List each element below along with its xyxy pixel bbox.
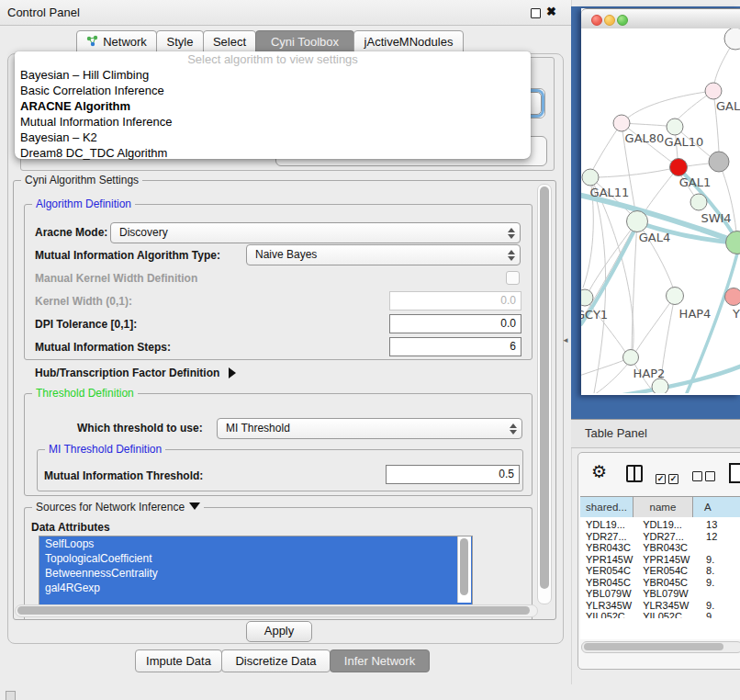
manual-kernel-width-checkbox[interactable] bbox=[506, 271, 520, 285]
table-row[interactable]: YBR043CYBR043C bbox=[580, 542, 740, 554]
node-pink-top[interactable] bbox=[705, 83, 722, 99]
data-attribute-item-selected[interactable]: SelfLoops bbox=[39, 536, 472, 551]
document-icon[interactable] bbox=[729, 463, 740, 483]
table-cell: 13 bbox=[701, 519, 740, 531]
column-header[interactable]: shared... bbox=[580, 497, 633, 517]
table-row[interactable]: YBL079WYBL079W bbox=[580, 588, 740, 600]
table-cell: YIL052C bbox=[580, 611, 637, 618]
scrollbar-thumb[interactable] bbox=[584, 643, 723, 650]
close-icon[interactable]: ✖ bbox=[546, 5, 556, 18]
node-GAL80[interactable] bbox=[613, 115, 630, 131]
table-row[interactable]: YER054CYER054C8. bbox=[580, 565, 740, 577]
table-row[interactable]: YDR27...YDR27...12 bbox=[580, 531, 740, 543]
table-row[interactable]: YBR045CYBR045C9. bbox=[580, 577, 740, 589]
algorithm-option[interactable]: Basic Correlation Inference bbox=[15, 83, 531, 98]
split-columns-icon[interactable] bbox=[626, 465, 643, 482]
attributes-list-scrollbar[interactable] bbox=[457, 536, 471, 603]
mi-algorithm-type-combobox[interactable]: Naive Bayes bbox=[246, 244, 521, 265]
scrollbar-thumb[interactable] bbox=[540, 186, 549, 589]
node-GCY1[interactable] bbox=[581, 289, 593, 306]
dropdown-hint: Select algorithm to view settings bbox=[15, 51, 531, 67]
table-row[interactable]: YLR345WYLR345W9. bbox=[580, 600, 740, 612]
aracne-mode-combobox[interactable]: Discovery bbox=[110, 222, 521, 243]
mi-threshold-field[interactable]: 0.5 bbox=[386, 465, 520, 484]
combobox-stepper-icon bbox=[506, 223, 516, 243]
settings-horizontal-scrollbar[interactable] bbox=[15, 604, 538, 617]
mi-steps-label: Mutual Information Steps: bbox=[35, 341, 171, 354]
data-attribute-item-selected[interactable]: TopologicalCoefficient bbox=[39, 551, 472, 566]
settings-vertical-scrollbar[interactable] bbox=[537, 184, 552, 604]
table-cell: YIL052C bbox=[637, 611, 701, 618]
node-GAL4[interactable] bbox=[627, 211, 648, 232]
float-window-icon[interactable] bbox=[531, 8, 541, 18]
table-row[interactable]: YPR145WYPR145W9. bbox=[580, 554, 740, 566]
network-edge bbox=[599, 167, 678, 177]
node-bottom[interactable] bbox=[652, 378, 668, 393]
kernel-width-field[interactable]: 0.0 bbox=[389, 291, 521, 310]
node-SWI4[interactable] bbox=[690, 194, 707, 210]
node-gray[interactable] bbox=[709, 152, 729, 172]
collapse-down-icon[interactable] bbox=[189, 502, 200, 510]
mi-threshold-label: Mutual Information Threshold: bbox=[44, 469, 203, 482]
node-GAL11[interactable] bbox=[582, 169, 599, 186]
node-GAL1[interactable] bbox=[670, 159, 688, 176]
data-attribute-item-selected[interactable]: gal4RGexp bbox=[39, 581, 472, 595]
mac-zoom-button[interactable] bbox=[617, 15, 628, 26]
node-green-big[interactable] bbox=[726, 231, 740, 254]
tab-label: Select bbox=[213, 35, 246, 49]
algorithm-option[interactable]: Dream8 DC_TDC Algorithm bbox=[15, 145, 531, 161]
tab-label: Style bbox=[167, 35, 194, 49]
algorithm-option[interactable]: ARACNE Algorithm bbox=[15, 98, 531, 114]
select-all-checkboxes-icon[interactable]: ✓✓ bbox=[656, 469, 681, 485]
tab-infer-network[interactable]: Infer Network bbox=[330, 649, 430, 672]
tab-discretize-data[interactable]: Discretize Data bbox=[221, 649, 331, 672]
node-GAL10[interactable] bbox=[667, 119, 683, 135]
dpi-tolerance-field[interactable]: 0.0 bbox=[389, 314, 521, 333]
apply-button[interactable]: Apply bbox=[246, 621, 312, 642]
table-header: shared...nameA bbox=[580, 496, 740, 518]
which-threshold-combobox[interactable]: MI Threshold bbox=[217, 418, 522, 439]
table-cell: YDR27... bbox=[580, 531, 637, 543]
table-cell: YER054C bbox=[580, 565, 637, 577]
algorithm-option[interactable]: Mutual Information Inference bbox=[15, 114, 531, 130]
node-label: GAL80 bbox=[625, 131, 665, 145]
hub-definition-expander[interactable]: Hub/Transcription Factor Definition bbox=[35, 367, 236, 379]
which-threshold-label: Which threshold to use: bbox=[77, 422, 203, 435]
table-row[interactable]: YDL19...YDL19...13 bbox=[580, 519, 740, 531]
expand-right-icon bbox=[229, 367, 236, 378]
tab-select[interactable]: Select bbox=[203, 30, 256, 53]
table-cell: YBR043C bbox=[580, 542, 637, 554]
scrollbar-thumb[interactable] bbox=[17, 606, 530, 615]
panel-divider-arrow-icon[interactable]: ◄ bbox=[562, 336, 569, 344]
table-cell: YDR27... bbox=[637, 531, 701, 543]
tab-style[interactable]: Style bbox=[156, 30, 204, 53]
column-header[interactable]: name bbox=[633, 497, 693, 517]
network-canvas[interactable]: GALGAL80GAL10GAL1GAL11SWI4GAL4GCY1HAP4YH… bbox=[581, 28, 740, 393]
group-title: MI Threshold Definition bbox=[45, 443, 165, 456]
settings-gear-icon[interactable]: ⚙ bbox=[591, 461, 607, 481]
group-title: Cyni Algorithm Settings bbox=[21, 174, 142, 186]
tab-jactivemnodules[interactable]: jActiveMNodules bbox=[353, 30, 464, 53]
algorithm-option[interactable]: Bayesian – K2 bbox=[15, 130, 531, 145]
node-top[interactable] bbox=[724, 28, 740, 50]
node-salmon[interactable] bbox=[725, 288, 740, 306]
column-header[interactable]: A bbox=[693, 497, 740, 517]
table-horizontal-scrollbar[interactable] bbox=[581, 641, 740, 653]
network-view-window: GALGAL80GAL10GAL1GAL11SWI4GAL4GCY1HAP4YH… bbox=[581, 8, 740, 395]
mi-steps-field[interactable]: 6 bbox=[389, 337, 521, 356]
tab-impute-data[interactable]: Impute Data bbox=[135, 649, 222, 672]
table-cell: YER054C bbox=[637, 565, 701, 577]
mac-minimize-button[interactable] bbox=[604, 15, 615, 26]
node-HAP2[interactable] bbox=[623, 350, 639, 366]
tab-cyni-toolbox[interactable]: Cyni Toolbox bbox=[255, 30, 354, 53]
data-attribute-item-selected[interactable]: BetweennessCentrality bbox=[39, 566, 472, 581]
node-HAP4[interactable] bbox=[667, 288, 684, 305]
table-row[interactable]: YIL052CYIL052C9. bbox=[580, 611, 740, 618]
tab-network[interactable]: Network bbox=[76, 30, 157, 53]
mac-close-button[interactable] bbox=[591, 15, 602, 26]
algorithm-option[interactable]: Bayesian – Hill Climbing bbox=[15, 67, 531, 83]
table-cell: YBR045C bbox=[637, 577, 701, 589]
scrollbar-thumb[interactable] bbox=[460, 538, 468, 595]
network-window-titlebar[interactable] bbox=[581, 8, 740, 29]
deselect-all-checkboxes-icon[interactable] bbox=[692, 469, 718, 485]
